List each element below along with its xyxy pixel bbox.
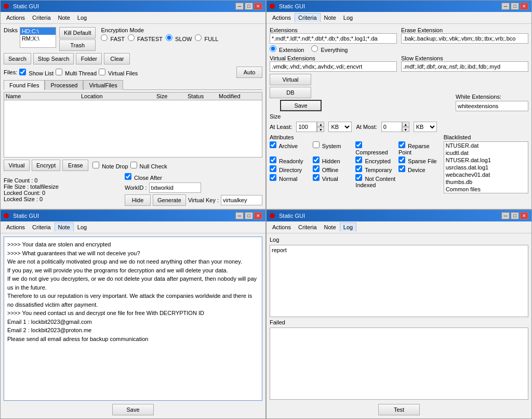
close-button[interactable]: ✕ [254,3,262,10]
erase-button[interactable]: Erase [62,160,88,171]
virtual-btn[interactable]: Virtual [270,74,311,85]
blacklisted-listbox[interactable]: NTUSER.dat icudtl.dat NTUSER.dat.log1 us… [444,141,528,193]
attr-not-content[interactable]: Not Content Indexed [355,174,396,188]
attr-readonly[interactable]: Readonly [270,156,311,164]
generate-button[interactable]: Generate [153,194,186,206]
attr-virtual[interactable]: Virtual [313,174,354,188]
minimize-button-br[interactable]: ─ [501,212,510,219]
note-save-button[interactable]: Save [112,404,154,415]
tab-processed[interactable]: Processed [45,80,83,90]
tab-found-files[interactable]: Found Files [4,80,45,90]
close-button-bl[interactable]: ✕ [254,212,262,219]
radio-fast[interactable]: FAST [101,34,125,42]
search-button[interactable]: Search [4,53,31,64]
at-least-input[interactable] [296,122,317,132]
at-least-down[interactable]: ▼ [317,127,324,132]
menu-note[interactable]: Note [55,13,74,22]
virtual-ext-input[interactable] [270,61,397,72]
maximize-button[interactable]: □ [245,3,253,10]
virtual-button[interactable]: Virtual [4,160,30,171]
menu-criteria-tr[interactable]: Criteria [295,13,320,22]
menu-log-br[interactable]: Log [340,222,356,232]
trash-button[interactable]: Trash [59,40,96,51]
attr-directory[interactable]: Directory [270,165,311,173]
menu-note-bl[interactable]: Note [55,222,74,232]
save-btn-tr[interactable]: Save [280,100,322,111]
test-button[interactable]: Test [378,404,420,415]
menu-log-bl[interactable]: Log [74,222,90,232]
maximize-button-br[interactable]: □ [511,212,519,219]
minimize-button-bl[interactable]: ─ [235,212,244,219]
disk-item-0[interactable]: HD:C:\ [20,28,56,35]
db-btn[interactable]: DB [270,87,311,98]
disks-listbox[interactable]: HD:C:\ RM:X:\ [20,27,56,48]
at-most-unit[interactable]: KBMBGB [414,122,437,132]
note-drop-check[interactable]: Note Drop [92,162,128,169]
menu-note-tr[interactable]: Note [321,13,340,22]
attr-encrypted[interactable]: Encrypted [355,156,396,164]
extensions-input[interactable] [270,33,397,44]
virtual-files-check[interactable]: Virtual Files [99,69,138,76]
encrypt-button[interactable]: Encrypt [32,160,60,171]
menu-note-br[interactable]: Note [321,222,340,232]
kill-default-button[interactable]: Kill Default [59,27,96,38]
hide-button[interactable]: Hide [125,194,151,206]
radio-slow[interactable]: SLOW [166,34,192,42]
menu-actions-br[interactable]: Actions [269,222,295,232]
attr-compressed[interactable]: Compressed [355,141,396,155]
attr-reparse[interactable]: Reparse Point [398,141,440,155]
close-button-tr[interactable]: ✕ [520,3,528,10]
menu-log-tr[interactable]: Log [340,13,356,22]
bl-5[interactable]: thumbs.db [444,178,528,186]
bl-7[interactable]: windows.edb [444,193,528,193]
radio-fastest[interactable]: FASTEST [128,34,163,42]
radio-everything[interactable]: Everything [311,45,348,53]
bl-3[interactable]: usrclass.dat.log1 [444,164,528,171]
bl-4[interactable]: webcachev01.dat [444,171,528,178]
bl-1[interactable]: icudtl.dat [444,149,528,156]
at-least-unit[interactable]: KBMBGB [328,122,352,132]
disk-item-1[interactable]: RM:X:\ [20,35,56,42]
maximize-button-tr[interactable]: □ [511,3,519,10]
minimize-button[interactable]: ─ [235,3,244,10]
attr-temporary[interactable]: Temporary [355,165,396,173]
at-least-up[interactable]: ▲ [317,122,324,127]
at-most-down[interactable]: ▼ [402,127,409,132]
at-most-up[interactable]: ▲ [402,122,409,127]
maximize-button-bl[interactable]: □ [245,212,253,219]
bl-2[interactable]: NTUSER.dat.log1 [444,156,528,164]
radio-extension[interactable]: Extension [270,45,304,53]
bl-6[interactable]: Common files [444,186,528,193]
auto-button[interactable]: Auto [236,67,262,78]
virtual-key-input[interactable] [221,195,262,205]
null-check-check[interactable]: Null Check [130,162,167,169]
menu-criteria-br[interactable]: Criteria [295,222,320,232]
folder-button[interactable]: Folder [76,53,102,64]
show-list-check[interactable]: Show List [19,69,54,76]
attr-system[interactable]: System [313,141,354,155]
radio-full[interactable]: FULL [195,34,218,42]
menu-actions-bl[interactable]: Actions [3,222,29,232]
slow-ext-input[interactable] [401,61,528,72]
erase-ext-input[interactable] [401,33,528,44]
attr-hidden[interactable]: Hidden [313,156,354,164]
attr-offline[interactable]: Offline [313,165,354,173]
close-after-check[interactable]: Close After [125,173,262,181]
menu-actions[interactable]: Actions [3,13,29,22]
attr-device[interactable]: Device [398,165,440,173]
attr-normal[interactable]: Normal [270,174,311,188]
menu-criteria-bl[interactable]: Criteria [29,222,54,232]
at-most-input[interactable] [381,122,402,132]
menu-log[interactable]: Log [74,13,90,22]
minimize-button-tr[interactable]: ─ [501,3,510,10]
multi-thread-check[interactable]: Multi Thread [56,69,97,76]
menu-criteria[interactable]: Criteria [29,13,54,22]
clear-button[interactable]: Clear [104,53,130,64]
bl-0[interactable]: NTUSER.dat [444,142,528,149]
stop-search-button[interactable]: Stop Search [33,53,74,64]
close-button-br[interactable]: ✕ [520,212,528,219]
tab-virtual-files[interactable]: VirtualFiles [83,80,123,90]
menu-actions-tr[interactable]: Actions [269,13,295,22]
attr-archive[interactable]: Archive [270,141,311,155]
attr-sparse[interactable]: Sparse File [398,156,440,164]
